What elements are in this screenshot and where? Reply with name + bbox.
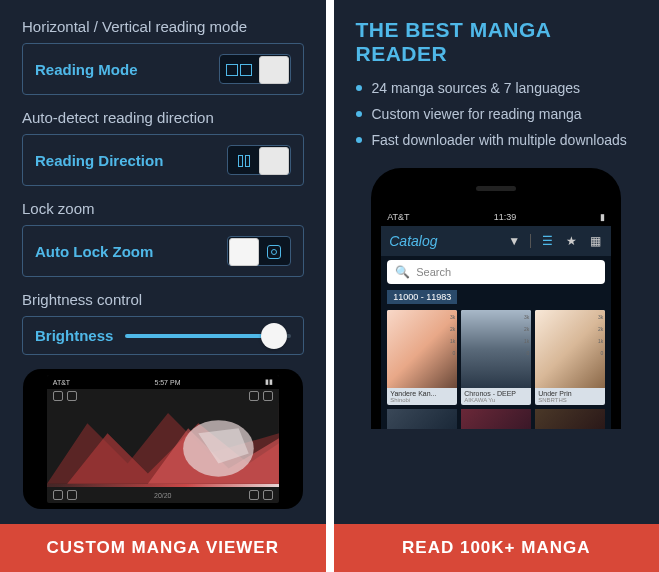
range-badge: 11000 - 11983 (387, 290, 457, 304)
manga-title: Yandere Kan... (387, 388, 457, 397)
brightness-row: Brightness (22, 316, 304, 355)
bullet-icon (356, 137, 362, 143)
search-bar[interactable]: 🔍 Search (387, 260, 605, 284)
manga-page-image (47, 403, 279, 487)
viewer-grid-icon (67, 391, 77, 401)
right-footer-banner: READ 100K+ MANGA (334, 524, 660, 572)
reading-mode-label: Reading Mode (35, 61, 138, 78)
phone-preview-landscape: AT&T 5:57 PM ▮▮ (23, 369, 303, 509)
manga-cover: 3k2k1k0 (535, 310, 605, 388)
search-placeholder: Search (416, 266, 451, 278)
nav-title: Catalog (389, 233, 498, 249)
manga-grid: 3k2k1k0 Yandere Kan... Shinobi 3k2k1k0 C… (381, 310, 611, 405)
phone-speaker (476, 186, 516, 191)
manga-cover: 3k2k1k0 (387, 310, 457, 388)
nav-divider (530, 234, 531, 248)
right-panel: THE BEST MANGA READER 24 manga sources &… (334, 0, 660, 572)
mode-section-label: Horizontal / Vertical reading mode (22, 18, 304, 35)
manga-card[interactable] (535, 409, 605, 429)
search-icon: 🔍 (395, 265, 410, 279)
toggle-knob (259, 147, 289, 175)
auto-lock-zoom-toggle[interactable] (227, 236, 291, 266)
manga-title: Chronos - DEEP (461, 388, 531, 397)
favorite-icon[interactable]: ★ (563, 233, 579, 249)
viewer-menu-icon (53, 391, 63, 401)
battery-icon: ▮ (600, 212, 605, 222)
next-page-icon (249, 490, 259, 500)
reading-direction-toggle[interactable] (227, 145, 291, 175)
manga-card[interactable]: 3k2k1k0 Yandere Kan... Shinobi (387, 310, 457, 405)
reading-mode-row: Reading Mode (22, 43, 304, 95)
time-label: 11:39 (494, 212, 517, 222)
manga-card[interactable]: 3k2k1k0 Under Prin SNBRTHS (535, 310, 605, 405)
left-footer-banner: CUSTOM MANGA VIEWER (0, 524, 326, 572)
brightness-section-label: Brightness control (22, 291, 304, 308)
viewer-settings-icon (249, 391, 259, 401)
bullet-icon (356, 85, 362, 91)
manga-card[interactable] (387, 409, 457, 429)
dropdown-icon[interactable]: ▼ (506, 233, 522, 249)
bullet-icon (356, 111, 362, 117)
library-icon[interactable]: ▦ (587, 233, 603, 249)
left-panel: Horizontal / Vertical reading mode Readi… (0, 0, 326, 572)
feature-list: 24 manga sources & 7 languages Custom vi… (356, 80, 638, 148)
direction-split-icon (238, 155, 250, 167)
manga-cover: 3k2k1k0 (461, 310, 531, 388)
phone-preview-portrait: AT&T 11:39 ▮ Catalog ▼ ☰ ★ ▦ 🔍 Search 11… (371, 168, 621, 429)
zoom-section-label: Lock zoom (22, 200, 304, 217)
brightness-label: Brightness (35, 327, 113, 344)
page-progress: 20/20 (154, 492, 172, 499)
toggle-knob (259, 56, 289, 84)
manga-card[interactable] (461, 409, 531, 429)
manga-grid-row2 (381, 409, 611, 429)
reading-direction-row: Reading Direction (22, 134, 304, 186)
auto-lock-zoom-row: Auto Lock Zoom (22, 225, 304, 277)
catalog-navbar: Catalog ▼ ☰ ★ ▦ (381, 226, 611, 256)
mode-horizontal-icon (226, 64, 252, 76)
feature-item: Fast downloader with multiple downloads (356, 132, 638, 148)
slider-thumb[interactable] (261, 323, 287, 349)
reading-mode-toggle[interactable] (219, 54, 291, 84)
list-view-icon[interactable]: ☰ (539, 233, 555, 249)
first-page-icon (53, 490, 63, 500)
carrier-label: AT&T (387, 212, 409, 222)
headline: THE BEST MANGA READER (356, 18, 638, 66)
manga-title: Under Prin (535, 388, 605, 397)
zoom-circle-icon (267, 245, 281, 259)
toggle-knob (229, 238, 259, 266)
prev-page-icon (67, 490, 77, 500)
viewer-list-icon (263, 391, 273, 401)
battery-icon: ▮▮ (265, 378, 273, 386)
manga-author: SNBRTHS (535, 397, 605, 405)
last-page-icon (263, 490, 273, 500)
brightness-slider[interactable] (125, 334, 290, 338)
manga-card[interactable]: 3k2k1k0 Chronos - DEEP AIKAWA Yu (461, 310, 531, 405)
time-label: 5:57 PM (154, 379, 180, 386)
feature-item: Custom viewer for reading manga (356, 106, 638, 122)
reading-direction-label: Reading Direction (35, 152, 163, 169)
manga-author: Shinobi (387, 397, 457, 405)
carrier-label: AT&T (53, 379, 70, 386)
direction-section-label: Auto-detect reading direction (22, 109, 304, 126)
auto-lock-zoom-label: Auto Lock Zoom (35, 243, 153, 260)
feature-item: 24 manga sources & 7 languages (356, 80, 638, 96)
manga-author: AIKAWA Yu (461, 397, 531, 405)
